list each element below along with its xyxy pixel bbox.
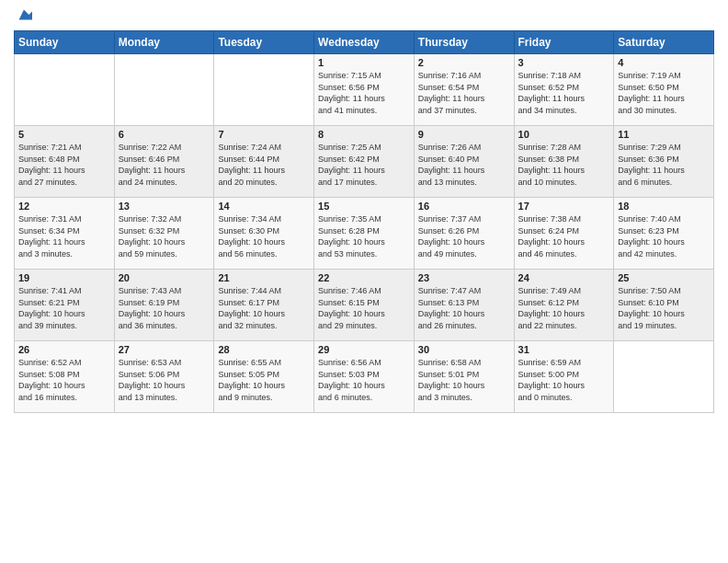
weekday-header-saturday: Saturday <box>614 31 714 54</box>
day-number: 24 <box>518 272 610 283</box>
weekday-header-tuesday: Tuesday <box>214 31 314 54</box>
day-info: Sunrise: 7:26 AM Sunset: 6:40 PM Dayligh… <box>418 142 510 188</box>
day-number: 20 <box>119 272 210 283</box>
day-info: Sunrise: 7:47 AM Sunset: 6:13 PM Dayligh… <box>418 285 510 331</box>
calendar-cell: 4Sunrise: 7:19 AM Sunset: 6:50 PM Daylig… <box>614 54 714 126</box>
calendar-cell: 31Sunrise: 6:59 AM Sunset: 5:00 PM Dayli… <box>514 341 614 413</box>
calendar-cell: 5Sunrise: 7:21 AM Sunset: 6:48 PM Daylig… <box>15 126 115 198</box>
calendar-cell <box>15 54 115 126</box>
day-info: Sunrise: 7:16 AM Sunset: 6:54 PM Dayligh… <box>418 70 510 116</box>
calendar-cell: 15Sunrise: 7:35 AM Sunset: 6:28 PM Dayli… <box>314 198 415 270</box>
day-info: Sunrise: 7:31 AM Sunset: 6:34 PM Dayligh… <box>18 213 110 259</box>
day-number: 17 <box>518 201 610 212</box>
calendar-cell <box>214 54 314 126</box>
day-info: Sunrise: 7:24 AM Sunset: 6:44 PM Dayligh… <box>218 142 310 188</box>
day-info: Sunrise: 7:46 AM Sunset: 6:15 PM Dayligh… <box>318 285 410 331</box>
day-number: 26 <box>18 344 110 355</box>
calendar-cell: 30Sunrise: 6:58 AM Sunset: 5:01 PM Dayli… <box>414 341 514 413</box>
weekday-header-wednesday: Wednesday <box>314 31 415 54</box>
day-info: Sunrise: 6:53 AM Sunset: 5:06 PM Dayligh… <box>119 357 210 403</box>
day-number: 21 <box>218 272 310 283</box>
day-info: Sunrise: 6:59 AM Sunset: 5:00 PM Dayligh… <box>518 357 610 403</box>
calendar-week-4: 19Sunrise: 7:41 AM Sunset: 6:21 PM Dayli… <box>15 270 714 341</box>
calendar-cell: 6Sunrise: 7:22 AM Sunset: 6:46 PM Daylig… <box>114 126 214 198</box>
day-info: Sunrise: 7:21 AM Sunset: 6:48 PM Dayligh… <box>18 142 110 188</box>
calendar-cell: 8Sunrise: 7:25 AM Sunset: 6:42 PM Daylig… <box>314 126 415 198</box>
calendar-cell: 7Sunrise: 7:24 AM Sunset: 6:44 PM Daylig… <box>214 126 314 198</box>
logo <box>14 14 32 23</box>
day-number: 11 <box>618 129 710 140</box>
day-number: 1 <box>318 57 410 68</box>
calendar-cell: 25Sunrise: 7:50 AM Sunset: 6:10 PM Dayli… <box>614 270 714 341</box>
day-info: Sunrise: 7:22 AM Sunset: 6:46 PM Dayligh… <box>119 142 210 188</box>
calendar-cell: 1Sunrise: 7:15 AM Sunset: 6:56 PM Daylig… <box>314 54 415 126</box>
day-info: Sunrise: 7:50 AM Sunset: 6:10 PM Dayligh… <box>618 285 710 331</box>
calendar-week-2: 5Sunrise: 7:21 AM Sunset: 6:48 PM Daylig… <box>15 126 714 198</box>
day-info: Sunrise: 7:29 AM Sunset: 6:36 PM Dayligh… <box>618 142 710 188</box>
calendar-week-3: 12Sunrise: 7:31 AM Sunset: 6:34 PM Dayli… <box>15 198 714 270</box>
calendar-cell <box>614 341 714 413</box>
day-info: Sunrise: 7:28 AM Sunset: 6:38 PM Dayligh… <box>518 142 610 188</box>
day-number: 6 <box>119 129 210 140</box>
day-number: 29 <box>318 344 410 355</box>
day-number: 30 <box>418 344 510 355</box>
day-number: 9 <box>418 129 510 140</box>
day-number: 3 <box>518 57 610 68</box>
day-info: Sunrise: 7:41 AM Sunset: 6:21 PM Dayligh… <box>18 285 110 331</box>
calendar-cell: 17Sunrise: 7:38 AM Sunset: 6:24 PM Dayli… <box>514 198 614 270</box>
calendar-cell: 3Sunrise: 7:18 AM Sunset: 6:52 PM Daylig… <box>514 54 614 126</box>
weekday-header-monday: Monday <box>114 31 214 54</box>
day-info: Sunrise: 7:34 AM Sunset: 6:30 PM Dayligh… <box>218 213 310 259</box>
calendar-week-1: 1Sunrise: 7:15 AM Sunset: 6:56 PM Daylig… <box>15 54 714 126</box>
day-info: Sunrise: 6:55 AM Sunset: 5:05 PM Dayligh… <box>218 357 310 403</box>
calendar-cell: 19Sunrise: 7:41 AM Sunset: 6:21 PM Dayli… <box>15 270 115 341</box>
calendar-cell: 26Sunrise: 6:52 AM Sunset: 5:08 PM Dayli… <box>15 341 115 413</box>
day-number: 8 <box>318 129 410 140</box>
svg-marker-0 <box>19 10 32 20</box>
day-number: 5 <box>18 129 110 140</box>
day-number: 7 <box>218 129 310 140</box>
calendar-cell: 24Sunrise: 7:49 AM Sunset: 6:12 PM Dayli… <box>514 270 614 341</box>
day-info: Sunrise: 6:56 AM Sunset: 5:03 PM Dayligh… <box>318 357 410 403</box>
calendar-cell: 27Sunrise: 6:53 AM Sunset: 5:06 PM Dayli… <box>114 341 214 413</box>
weekday-header-sunday: Sunday <box>15 31 115 54</box>
weekday-header-row: SundayMondayTuesdayWednesdayThursdayFrid… <box>15 31 714 54</box>
calendar-cell: 21Sunrise: 7:44 AM Sunset: 6:17 PM Dayli… <box>214 270 314 341</box>
calendar-cell: 28Sunrise: 6:55 AM Sunset: 5:05 PM Dayli… <box>214 341 314 413</box>
day-number: 28 <box>218 344 310 355</box>
day-number: 4 <box>618 57 710 68</box>
logo-icon <box>16 6 32 23</box>
day-number: 12 <box>18 201 110 212</box>
day-info: Sunrise: 6:52 AM Sunset: 5:08 PM Dayligh… <box>18 357 110 403</box>
calendar-cell: 9Sunrise: 7:26 AM Sunset: 6:40 PM Daylig… <box>414 126 514 198</box>
day-info: Sunrise: 7:25 AM Sunset: 6:42 PM Dayligh… <box>318 142 410 188</box>
page: SundayMondayTuesdayWednesdayThursdayFrid… <box>0 0 728 563</box>
calendar-cell: 18Sunrise: 7:40 AM Sunset: 6:23 PM Dayli… <box>614 198 714 270</box>
calendar-cell: 29Sunrise: 6:56 AM Sunset: 5:03 PM Dayli… <box>314 341 415 413</box>
day-number: 23 <box>418 272 510 283</box>
header <box>14 9 714 23</box>
day-info: Sunrise: 7:44 AM Sunset: 6:17 PM Dayligh… <box>218 285 310 331</box>
calendar-week-5: 26Sunrise: 6:52 AM Sunset: 5:08 PM Dayli… <box>15 341 714 413</box>
day-info: Sunrise: 7:37 AM Sunset: 6:26 PM Dayligh… <box>418 213 510 259</box>
calendar-cell: 20Sunrise: 7:43 AM Sunset: 6:19 PM Dayli… <box>114 270 214 341</box>
day-info: Sunrise: 7:19 AM Sunset: 6:50 PM Dayligh… <box>618 70 710 116</box>
day-number: 25 <box>618 272 710 283</box>
calendar-cell: 12Sunrise: 7:31 AM Sunset: 6:34 PM Dayli… <box>15 198 115 270</box>
calendar-cell: 14Sunrise: 7:34 AM Sunset: 6:30 PM Dayli… <box>214 198 314 270</box>
day-info: Sunrise: 7:38 AM Sunset: 6:24 PM Dayligh… <box>518 213 610 259</box>
day-number: 10 <box>518 129 610 140</box>
day-number: 31 <box>518 344 610 355</box>
day-number: 2 <box>418 57 510 68</box>
day-info: Sunrise: 7:32 AM Sunset: 6:32 PM Dayligh… <box>119 213 210 259</box>
calendar-cell <box>114 54 214 126</box>
day-number: 14 <box>218 201 310 212</box>
day-number: 27 <box>119 344 210 355</box>
weekday-header-thursday: Thursday <box>414 31 514 54</box>
calendar-cell: 11Sunrise: 7:29 AM Sunset: 6:36 PM Dayli… <box>614 126 714 198</box>
weekday-header-friday: Friday <box>514 31 614 54</box>
day-info: Sunrise: 7:49 AM Sunset: 6:12 PM Dayligh… <box>518 285 610 331</box>
day-info: Sunrise: 7:15 AM Sunset: 6:56 PM Dayligh… <box>318 70 410 116</box>
calendar-cell: 10Sunrise: 7:28 AM Sunset: 6:38 PM Dayli… <box>514 126 614 198</box>
calendar-cell: 13Sunrise: 7:32 AM Sunset: 6:32 PM Dayli… <box>114 198 214 270</box>
